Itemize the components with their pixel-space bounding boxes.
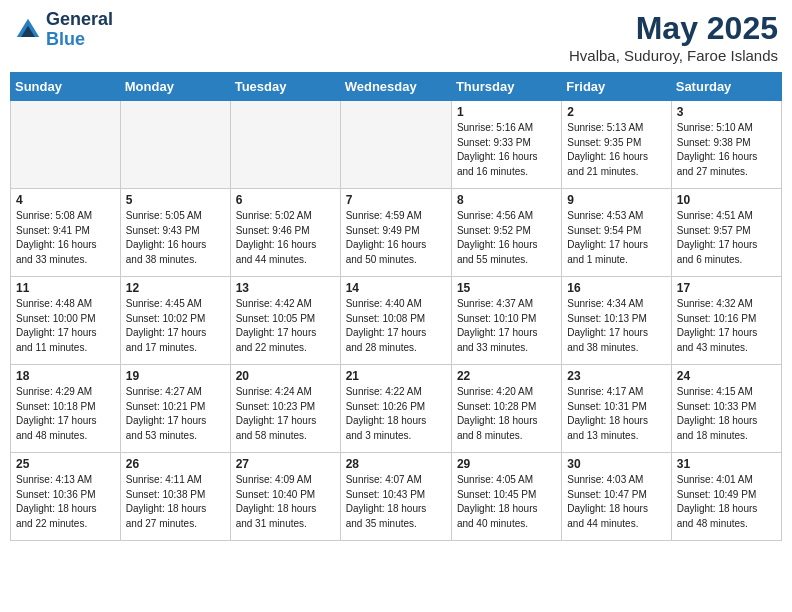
calendar-cell: 14Sunrise: 4:40 AM Sunset: 10:08 PM Dayl…: [340, 277, 451, 365]
day-info: Sunrise: 4:32 AM Sunset: 10:16 PM Daylig…: [677, 297, 776, 355]
day-number: 17: [677, 281, 776, 295]
day-info: Sunrise: 4:42 AM Sunset: 10:05 PM Daylig…: [236, 297, 335, 355]
day-info: Sunrise: 5:13 AM Sunset: 9:35 PM Dayligh…: [567, 121, 665, 179]
day-info: Sunrise: 4:59 AM Sunset: 9:49 PM Dayligh…: [346, 209, 446, 267]
logo-general-label: General: [46, 10, 113, 30]
calendar-cell: 26Sunrise: 4:11 AM Sunset: 10:38 PM Dayl…: [120, 453, 230, 541]
day-info: Sunrise: 4:05 AM Sunset: 10:45 PM Daylig…: [457, 473, 556, 531]
day-info: Sunrise: 4:01 AM Sunset: 10:49 PM Daylig…: [677, 473, 776, 531]
calendar-cell: 25Sunrise: 4:13 AM Sunset: 10:36 PM Dayl…: [11, 453, 121, 541]
day-info: Sunrise: 5:05 AM Sunset: 9:43 PM Dayligh…: [126, 209, 225, 267]
week-row-1: 1Sunrise: 5:16 AM Sunset: 9:33 PM Daylig…: [11, 101, 782, 189]
calendar-cell: 3Sunrise: 5:10 AM Sunset: 9:38 PM Daylig…: [671, 101, 781, 189]
week-row-2: 4Sunrise: 5:08 AM Sunset: 9:41 PM Daylig…: [11, 189, 782, 277]
calendar-cell: 31Sunrise: 4:01 AM Sunset: 10:49 PM Dayl…: [671, 453, 781, 541]
day-number: 20: [236, 369, 335, 383]
calendar-cell: [230, 101, 340, 189]
calendar-cell: 12Sunrise: 4:45 AM Sunset: 10:02 PM Dayl…: [120, 277, 230, 365]
day-number: 14: [346, 281, 446, 295]
day-number: 8: [457, 193, 556, 207]
day-info: Sunrise: 5:08 AM Sunset: 9:41 PM Dayligh…: [16, 209, 115, 267]
day-number: 27: [236, 457, 335, 471]
weekday-header-sunday: Sunday: [11, 73, 121, 101]
calendar-cell: 5Sunrise: 5:05 AM Sunset: 9:43 PM Daylig…: [120, 189, 230, 277]
calendar-cell: 13Sunrise: 4:42 AM Sunset: 10:05 PM Dayl…: [230, 277, 340, 365]
week-row-5: 25Sunrise: 4:13 AM Sunset: 10:36 PM Dayl…: [11, 453, 782, 541]
day-info: Sunrise: 4:56 AM Sunset: 9:52 PM Dayligh…: [457, 209, 556, 267]
calendar-cell: 18Sunrise: 4:29 AM Sunset: 10:18 PM Dayl…: [11, 365, 121, 453]
day-info: Sunrise: 4:45 AM Sunset: 10:02 PM Daylig…: [126, 297, 225, 355]
day-info: Sunrise: 4:37 AM Sunset: 10:10 PM Daylig…: [457, 297, 556, 355]
day-number: 5: [126, 193, 225, 207]
calendar-cell: 10Sunrise: 4:51 AM Sunset: 9:57 PM Dayli…: [671, 189, 781, 277]
calendar-cell: 20Sunrise: 4:24 AM Sunset: 10:23 PM Dayl…: [230, 365, 340, 453]
day-info: Sunrise: 4:17 AM Sunset: 10:31 PM Daylig…: [567, 385, 665, 443]
day-number: 11: [16, 281, 115, 295]
day-info: Sunrise: 5:16 AM Sunset: 9:33 PM Dayligh…: [457, 121, 556, 179]
week-row-3: 11Sunrise: 4:48 AM Sunset: 10:00 PM Dayl…: [11, 277, 782, 365]
calendar-cell: 21Sunrise: 4:22 AM Sunset: 10:26 PM Dayl…: [340, 365, 451, 453]
weekday-header-thursday: Thursday: [451, 73, 561, 101]
title-block: May 2025 Hvalba, Suduroy, Faroe Islands: [569, 10, 778, 64]
day-number: 7: [346, 193, 446, 207]
calendar-cell: 24Sunrise: 4:15 AM Sunset: 10:33 PM Dayl…: [671, 365, 781, 453]
page-header: General Blue May 2025 Hvalba, Suduroy, F…: [10, 10, 782, 64]
calendar-cell: 19Sunrise: 4:27 AM Sunset: 10:21 PM Dayl…: [120, 365, 230, 453]
day-info: Sunrise: 4:03 AM Sunset: 10:47 PM Daylig…: [567, 473, 665, 531]
logo-text: General Blue: [46, 10, 113, 50]
weekday-header-saturday: Saturday: [671, 73, 781, 101]
logo-blue-label: Blue: [46, 30, 113, 50]
calendar-cell: 30Sunrise: 4:03 AM Sunset: 10:47 PM Dayl…: [562, 453, 671, 541]
day-info: Sunrise: 5:02 AM Sunset: 9:46 PM Dayligh…: [236, 209, 335, 267]
calendar-cell: 17Sunrise: 4:32 AM Sunset: 10:16 PM Dayl…: [671, 277, 781, 365]
calendar-cell: 11Sunrise: 4:48 AM Sunset: 10:00 PM Dayl…: [11, 277, 121, 365]
location-subtitle: Hvalba, Suduroy, Faroe Islands: [569, 47, 778, 64]
calendar-table: SundayMondayTuesdayWednesdayThursdayFrid…: [10, 72, 782, 541]
calendar-cell: 28Sunrise: 4:07 AM Sunset: 10:43 PM Dayl…: [340, 453, 451, 541]
month-title: May 2025: [569, 10, 778, 47]
day-number: 3: [677, 105, 776, 119]
day-number: 28: [346, 457, 446, 471]
day-number: 23: [567, 369, 665, 383]
day-number: 12: [126, 281, 225, 295]
day-info: Sunrise: 4:24 AM Sunset: 10:23 PM Daylig…: [236, 385, 335, 443]
day-info: Sunrise: 5:10 AM Sunset: 9:38 PM Dayligh…: [677, 121, 776, 179]
calendar-cell: 9Sunrise: 4:53 AM Sunset: 9:54 PM Daylig…: [562, 189, 671, 277]
calendar-cell: 7Sunrise: 4:59 AM Sunset: 9:49 PM Daylig…: [340, 189, 451, 277]
day-number: 6: [236, 193, 335, 207]
day-number: 29: [457, 457, 556, 471]
calendar-cell: 8Sunrise: 4:56 AM Sunset: 9:52 PM Daylig…: [451, 189, 561, 277]
day-info: Sunrise: 4:29 AM Sunset: 10:18 PM Daylig…: [16, 385, 115, 443]
day-info: Sunrise: 4:15 AM Sunset: 10:33 PM Daylig…: [677, 385, 776, 443]
weekday-header-tuesday: Tuesday: [230, 73, 340, 101]
day-number: 4: [16, 193, 115, 207]
day-info: Sunrise: 4:40 AM Sunset: 10:08 PM Daylig…: [346, 297, 446, 355]
day-info: Sunrise: 4:09 AM Sunset: 10:40 PM Daylig…: [236, 473, 335, 531]
day-number: 31: [677, 457, 776, 471]
calendar-cell: 6Sunrise: 5:02 AM Sunset: 9:46 PM Daylig…: [230, 189, 340, 277]
calendar-cell: [340, 101, 451, 189]
day-number: 30: [567, 457, 665, 471]
day-number: 15: [457, 281, 556, 295]
day-number: 21: [346, 369, 446, 383]
calendar-cell: 22Sunrise: 4:20 AM Sunset: 10:28 PM Dayl…: [451, 365, 561, 453]
day-number: 26: [126, 457, 225, 471]
calendar-cell: 23Sunrise: 4:17 AM Sunset: 10:31 PM Dayl…: [562, 365, 671, 453]
calendar-cell: [11, 101, 121, 189]
day-info: Sunrise: 4:11 AM Sunset: 10:38 PM Daylig…: [126, 473, 225, 531]
week-row-4: 18Sunrise: 4:29 AM Sunset: 10:18 PM Dayl…: [11, 365, 782, 453]
weekday-header-friday: Friday: [562, 73, 671, 101]
logo-icon: [14, 16, 42, 44]
day-number: 16: [567, 281, 665, 295]
day-number: 25: [16, 457, 115, 471]
day-info: Sunrise: 4:27 AM Sunset: 10:21 PM Daylig…: [126, 385, 225, 443]
weekday-header-monday: Monday: [120, 73, 230, 101]
calendar-cell: 29Sunrise: 4:05 AM Sunset: 10:45 PM Dayl…: [451, 453, 561, 541]
day-number: 10: [677, 193, 776, 207]
day-number: 24: [677, 369, 776, 383]
day-info: Sunrise: 4:34 AM Sunset: 10:13 PM Daylig…: [567, 297, 665, 355]
day-info: Sunrise: 4:53 AM Sunset: 9:54 PM Dayligh…: [567, 209, 665, 267]
calendar-cell: 16Sunrise: 4:34 AM Sunset: 10:13 PM Dayl…: [562, 277, 671, 365]
calendar-cell: 27Sunrise: 4:09 AM Sunset: 10:40 PM Dayl…: [230, 453, 340, 541]
day-number: 1: [457, 105, 556, 119]
